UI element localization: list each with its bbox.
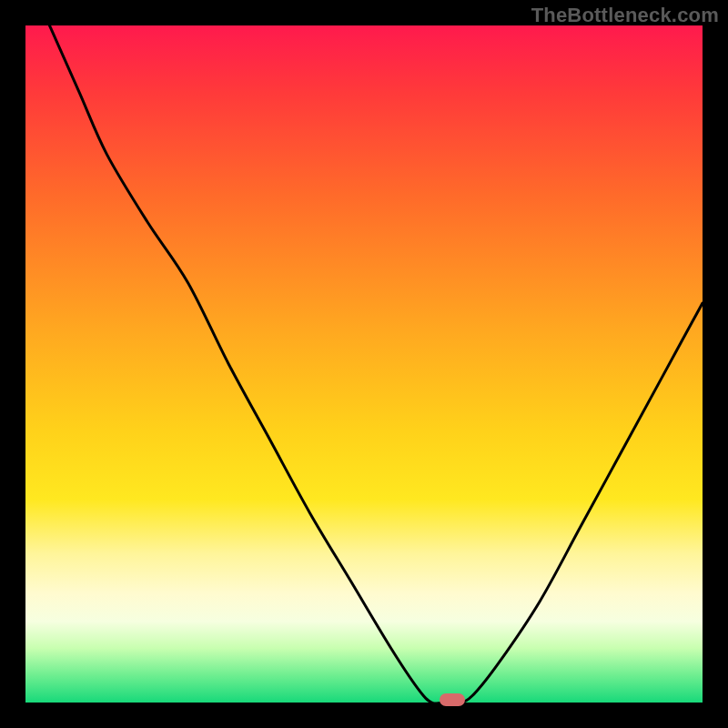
chart-frame: TheBottleneck.com xyxy=(0,0,728,728)
optimum-marker xyxy=(440,693,465,706)
chart-plot-area xyxy=(25,25,703,703)
bottleneck-curve xyxy=(25,25,703,703)
attribution-label: TheBottleneck.com xyxy=(531,4,719,27)
